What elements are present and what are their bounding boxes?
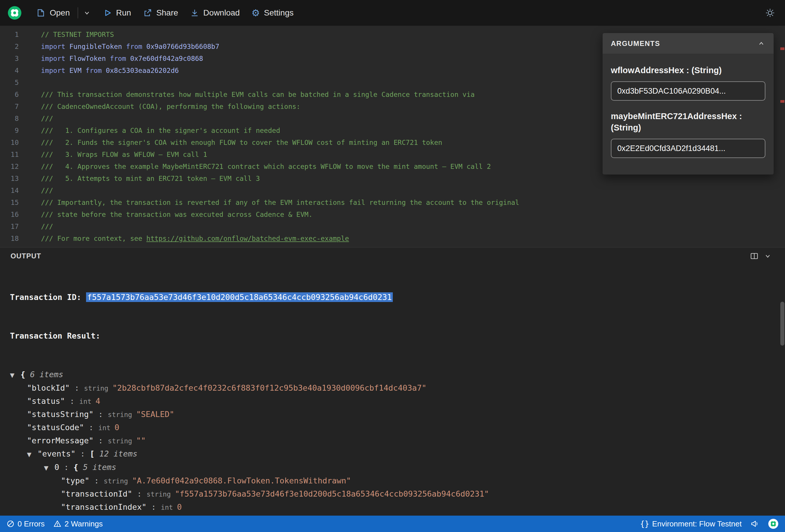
code-text: ///	[19, 185, 53, 197]
errors-status[interactable]: 0 Errors	[6, 520, 45, 529]
environment-status[interactable]: {} Environment: Flow Testnet	[640, 520, 742, 529]
arguments-fields: wflowAddressHex : (String)maybeMintERC72…	[603, 54, 774, 174]
expander-icon[interactable]: ▼	[44, 461, 54, 474]
line-number: 15	[0, 197, 19, 209]
chevron-down-icon	[763, 252, 772, 260]
statusbar: 0 Errors 2 Warnings {} Environment: Flow…	[0, 515, 785, 532]
argument-label: maybeMintERC721AddressHex : (String)	[611, 110, 765, 133]
braces-icon: {}	[640, 520, 649, 528]
environment-label: Environment: Flow Testnet	[652, 520, 742, 529]
code-text: /// 1. Configures a COA in the signer's …	[19, 125, 280, 137]
download-button[interactable]: Download	[185, 5, 245, 21]
sun-icon	[765, 8, 775, 18]
app-window: Open Run Share	[0, 0, 785, 532]
announcements-button[interactable]	[751, 520, 759, 528]
run-label: Run	[116, 8, 131, 18]
overview-ruler-mark	[780, 47, 784, 50]
line-number: 1	[0, 29, 19, 41]
errors-label: 0 Errors	[18, 520, 45, 529]
code-text: /// state before the transaction was exe…	[19, 209, 312, 221]
scrollbar-thumb[interactable]	[780, 302, 784, 346]
code-text: /// 4. Approves the example MaybeMintERC…	[19, 161, 491, 173]
json-tree: ▼{ 6 items"blockId" : string "2b28cbfb87…	[10, 368, 785, 515]
transaction-id-label: Transaction ID:	[10, 293, 86, 302]
download-icon	[190, 8, 199, 18]
flow-status-badge[interactable]	[768, 518, 779, 529]
line-number: 4	[0, 65, 19, 77]
play-icon	[103, 8, 112, 18]
line-number: 17	[0, 221, 19, 233]
line-number: 10	[0, 137, 19, 149]
overview-ruler-mark	[780, 100, 784, 103]
argument-input[interactable]	[611, 81, 765, 101]
open-file-icon	[36, 8, 46, 18]
transaction-result-label: Transaction Result:	[10, 329, 785, 343]
share-button[interactable]: Share	[138, 5, 183, 21]
code-text: ///	[19, 221, 53, 233]
code-text: ///	[19, 113, 53, 125]
json-row: "transactionIndex" : int 0	[10, 501, 785, 514]
chevron-down-icon	[83, 9, 91, 17]
line-number: 5	[0, 77, 19, 88]
line-number: 2	[0, 41, 19, 53]
transaction-id-line: Transaction ID: f557a1573b76aa53e73d46f3…	[10, 291, 785, 304]
code-editor[interactable]: 1// TESTNET IMPORTS2import FungibleToken…	[0, 26, 785, 247]
code-line: 17///	[0, 221, 785, 233]
line-number: 13	[0, 173, 19, 185]
line-number: 12	[0, 161, 19, 173]
line-number: 16	[0, 209, 19, 221]
megaphone-icon	[751, 520, 759, 528]
code-text: import FlowToken from 0x7e60df042a9c0868	[19, 53, 203, 65]
code-line: 18/// For more context, see https://gith…	[0, 233, 785, 245]
code-text: /// Importantly, the transaction is reve…	[19, 197, 519, 209]
json-row: ▼0 : { 5 items	[10, 461, 785, 474]
line-number: 18	[0, 233, 19, 245]
line-number: 6	[0, 88, 19, 101]
topbar: Open Run Share	[0, 0, 785, 26]
json-row: "statusString" : string "SEALED"	[10, 408, 785, 421]
code-text: import EVM from 0x8c5303eaa26202d6	[19, 65, 179, 77]
json-row: "type" : string "A.7e60df042a9c0868.Flow…	[10, 474, 785, 487]
code-text: /// 2. Funds the signer's COA with enoug…	[19, 137, 442, 149]
output-content[interactable]: Transaction ID: f557a1573b76aa53e73d46f3…	[0, 264, 785, 515]
flow-logo[interactable]	[8, 6, 22, 20]
settings-button[interactable]: ⚙ Settings	[247, 5, 298, 21]
share-label: Share	[156, 8, 178, 18]
code-text: /// For more context, see https://github…	[19, 233, 349, 245]
statusbar-right: {} Environment: Flow Testnet	[640, 518, 779, 529]
run-button[interactable]: Run	[98, 5, 136, 21]
split-panel-button[interactable]	[748, 249, 761, 263]
json-row: "transactionId" : string "f557a1573b76aa…	[10, 487, 785, 501]
settings-label: Settings	[264, 8, 294, 18]
code-text: /// 5. Attempts to mint an ERC721 token …	[19, 173, 260, 185]
divider	[78, 7, 78, 19]
code-text: /// 3. Wraps FLOW as WFLOW — EVM call 1	[19, 149, 207, 161]
open-button[interactable]: Open	[32, 5, 75, 21]
transaction-id-value: f557a1573b76aa53e73d46f3e10d200d5c18a653…	[86, 292, 393, 302]
line-number: 3	[0, 53, 19, 65]
arguments-panel-header[interactable]: ARGUMENTS	[603, 33, 774, 54]
line-number: 8	[0, 113, 19, 125]
open-label: Open	[50, 8, 70, 18]
expander-icon[interactable]: ▼	[27, 448, 37, 461]
open-dropdown-button[interactable]	[81, 6, 96, 20]
warnings-label: 2 Warnings	[65, 520, 103, 529]
theme-toggle-button[interactable]	[763, 5, 777, 20]
collapse-output-button[interactable]	[761, 249, 775, 263]
json-row: "errorMessage" : string ""	[10, 434, 785, 448]
warnings-status[interactable]: 2 Warnings	[53, 520, 103, 529]
argument-label: wflowAddressHex : (String)	[611, 65, 765, 76]
json-row: ▼{ 6 items	[10, 368, 785, 382]
split-panel-icon	[750, 252, 759, 260]
expander-icon[interactable]: ▼	[10, 369, 21, 382]
code-line: 15/// Importantly, the transaction is re…	[0, 197, 785, 209]
json-row: "status" : int 4	[10, 395, 785, 408]
argument-input[interactable]	[611, 139, 765, 158]
code-text: import FungibleToken from 0x9a0766d93b66…	[19, 41, 219, 53]
code-line: 16/// state before the transaction was e…	[0, 209, 785, 221]
output-title: OUTPUT	[10, 252, 41, 260]
json-row: "statusCode" : int 0	[10, 421, 785, 434]
line-number: 11	[0, 149, 19, 161]
arguments-panel: ARGUMENTS wflowAddressHex : (String)mayb…	[602, 33, 774, 175]
code-text: /// This transaction demonstrates how mu…	[19, 88, 475, 101]
